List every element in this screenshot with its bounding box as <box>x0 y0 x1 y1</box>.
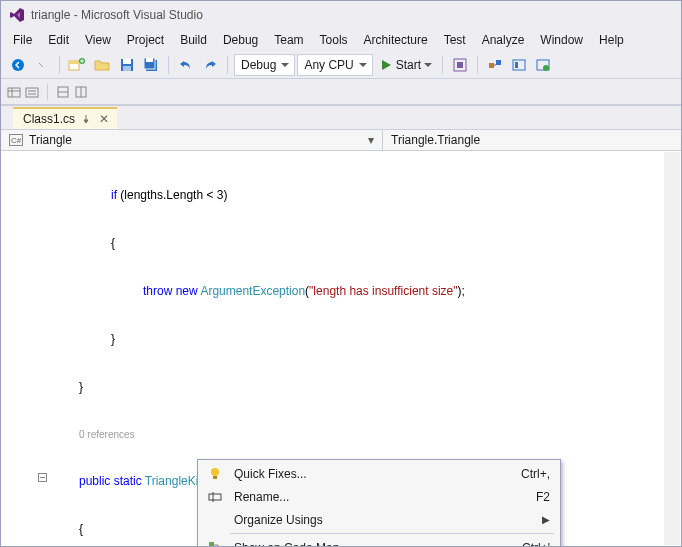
save-all-button[interactable] <box>140 54 162 76</box>
bulb-icon <box>204 465 226 483</box>
nav-scope-label: Triangle <box>29 133 72 147</box>
context-menu: Quick Fixes... Ctrl+, Rename... F2 Organ… <box>197 459 561 546</box>
chevron-down-icon: ▾ <box>368 133 374 147</box>
menu-test[interactable]: Test <box>436 31 474 49</box>
code-text: { <box>79 522 83 536</box>
code-text: } <box>111 332 115 346</box>
nav-scope-dropdown[interactable]: C# Triangle ▾ <box>1 130 383 150</box>
svg-rect-18 <box>8 88 20 97</box>
ctx-show-code-map[interactable]: Show on Code Map Ctrl+' <box>200 536 558 546</box>
code-text: static <box>110 474 141 488</box>
close-icon[interactable]: ✕ <box>97 112 111 126</box>
tool-btn-3[interactable] <box>508 54 530 76</box>
svg-point-17 <box>543 65 549 71</box>
ctx-shortcut: Ctrl+, <box>521 467 550 481</box>
platform-dropdown[interactable]: Any CPU <box>297 54 372 76</box>
separator <box>230 533 554 534</box>
separator <box>442 56 443 74</box>
csharp-icon: C# <box>9 134 23 146</box>
window-title: triangle - Microsoft Visual Studio <box>31 8 203 22</box>
menu-team[interactable]: Team <box>266 31 311 49</box>
config-dropdown[interactable]: Debug <box>234 54 295 76</box>
outline-toggle-icon[interactable] <box>38 473 47 482</box>
ctx-shortcut: Ctrl+' <box>522 541 550 547</box>
svg-rect-5 <box>123 59 131 64</box>
rename-icon <box>204 488 226 506</box>
tool-btn-2[interactable] <box>484 54 506 76</box>
menu-build[interactable]: Build <box>172 31 215 49</box>
tb2-btn-2[interactable] <box>25 85 39 99</box>
menu-architecture[interactable]: Architecture <box>356 31 436 49</box>
menu-edit[interactable]: Edit <box>40 31 77 49</box>
menu-view[interactable]: View <box>77 31 119 49</box>
start-button[interactable]: Start <box>375 54 436 76</box>
codemap-icon <box>204 539 226 547</box>
menu-tools[interactable]: Tools <box>312 31 356 49</box>
menu-window[interactable]: Window <box>532 31 591 49</box>
code-text: throw <box>143 284 172 298</box>
svg-rect-11 <box>457 62 463 68</box>
undo-button[interactable] <box>175 54 197 76</box>
svg-rect-19 <box>26 88 38 97</box>
tool-btn-4[interactable] <box>532 54 554 76</box>
code-text: } <box>79 380 83 394</box>
svg-point-22 <box>211 468 219 476</box>
svg-rect-6 <box>123 66 131 71</box>
tb2-btn-4[interactable] <box>74 85 88 99</box>
vertical-scrollbar[interactable] <box>664 152 680 545</box>
codelens[interactable]: 0 references <box>1 427 681 441</box>
save-button[interactable] <box>116 54 138 76</box>
chevron-right-icon: ▶ <box>542 514 550 525</box>
main-toolbar: Debug Any CPU Start <box>1 51 681 79</box>
svg-rect-15 <box>515 62 518 68</box>
start-label: Start <box>396 58 421 72</box>
menu-help[interactable]: Help <box>591 31 632 49</box>
menu-bar: File Edit View Project Build Debug Team … <box>1 29 681 51</box>
code-text: public <box>79 474 110 488</box>
code-text: (lengths.Length < 3) <box>117 188 227 202</box>
menu-project[interactable]: Project <box>119 31 172 49</box>
menu-analyze[interactable]: Analyze <box>474 31 533 49</box>
svg-rect-12 <box>489 63 494 68</box>
code-text: new <box>172 284 197 298</box>
tab-class1[interactable]: Class1.cs ✕ <box>13 107 117 129</box>
tool-btn-1[interactable] <box>449 54 471 76</box>
separator <box>227 56 228 74</box>
code-text: "length has insufficient size" <box>309 284 457 298</box>
ctx-label: Organize Usings <box>234 513 534 527</box>
tb2-btn-3[interactable] <box>56 85 70 99</box>
ctx-rename[interactable]: Rename... F2 <box>200 485 558 508</box>
separator <box>168 56 169 74</box>
redo-button[interactable] <box>199 54 221 76</box>
svg-rect-2 <box>69 61 79 64</box>
nav-member-dropdown[interactable]: Triangle.Triangle <box>383 130 681 150</box>
tb2-btn-1[interactable] <box>7 85 21 99</box>
ctx-organize-usings[interactable]: Organize Usings ▶ <box>200 508 558 531</box>
code-text: ArgumentException <box>198 284 305 298</box>
new-project-button[interactable] <box>66 54 90 76</box>
svg-rect-25 <box>209 542 214 547</box>
svg-rect-13 <box>496 60 501 65</box>
svg-point-0 <box>12 59 24 71</box>
tab-label: Class1.cs <box>23 112 75 126</box>
ctx-label: Show on Code Map <box>234 541 514 547</box>
code-text: { <box>111 236 115 250</box>
code-editor[interactable]: if (lengths.Length < 3) { throw new Argu… <box>1 151 681 546</box>
menu-file[interactable]: File <box>5 31 40 49</box>
open-file-button[interactable] <box>92 54 114 76</box>
separator <box>47 84 48 100</box>
ctx-shortcut: F2 <box>536 490 550 504</box>
ctx-quick-fixes[interactable]: Quick Fixes... Ctrl+, <box>200 462 558 485</box>
code-text: ); <box>458 284 465 298</box>
svg-rect-9 <box>146 58 153 62</box>
ctx-label: Quick Fixes... <box>234 467 513 481</box>
nav-fwd-button[interactable] <box>31 54 53 76</box>
separator <box>477 56 478 74</box>
separator <box>59 56 60 74</box>
play-icon <box>380 59 392 71</box>
menu-debug[interactable]: Debug <box>215 31 266 49</box>
navigation-bar: C# Triangle ▾ Triangle.Triangle <box>1 129 681 151</box>
pin-icon[interactable] <box>81 114 91 124</box>
ctx-label: Rename... <box>234 490 528 504</box>
nav-back-button[interactable] <box>7 54 29 76</box>
